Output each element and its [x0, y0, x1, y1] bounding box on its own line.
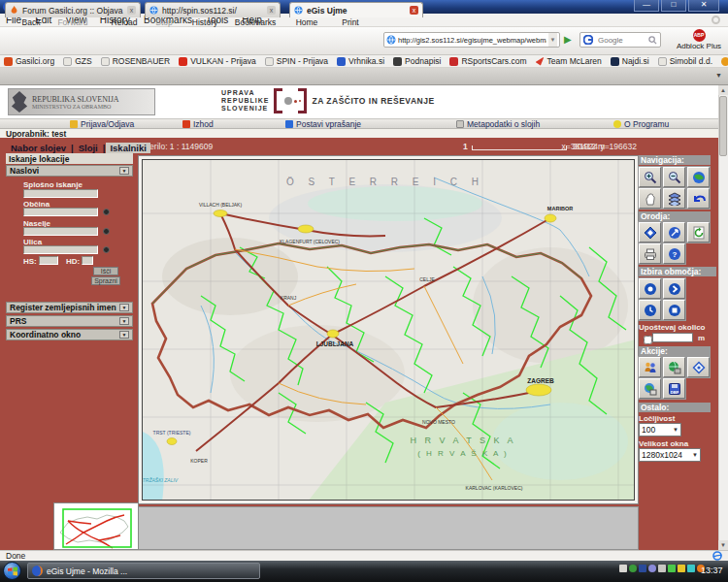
go-button[interactable]: ▶: [564, 34, 572, 45]
bookmark-simobil[interactable]: Simobil d.d.: [658, 56, 712, 66]
undo-button[interactable]: [687, 188, 710, 209]
search-box[interactable]: [579, 32, 661, 48]
general-search-input[interactable]: [23, 189, 98, 198]
tray-icon[interactable]: [639, 565, 646, 572]
tray-icon[interactable]: [648, 565, 656, 572]
section-prs[interactable]: PRS▼: [6, 315, 133, 327]
export-map-button[interactable]: [663, 357, 685, 377]
svg-text:Ö S T E R R E I C H: Ö S T E R R E I C H: [286, 177, 484, 187]
close-button[interactable]: ✕: [688, 0, 719, 12]
lookup-icon[interactable]: [103, 228, 110, 235]
adblock-button[interactable]: ABP Adblock Plus: [674, 29, 724, 50]
url-input[interactable]: [398, 36, 546, 45]
chevron-down-icon[interactable]: ▼: [119, 167, 129, 175]
user-label: Uporabnik: test: [0, 129, 718, 138]
bookmark-najdi[interactable]: Najdi.si: [611, 56, 649, 66]
tab-egis-ujme[interactable]: eGis Ujme x: [289, 2, 423, 17]
house-number-input[interactable]: [39, 256, 58, 265]
nav-izhod[interactable]: Izhod: [182, 119, 214, 129]
pan-button[interactable]: [639, 188, 661, 209]
mark-action-button[interactable]: [687, 357, 710, 377]
surround-distance-input[interactable]: [652, 333, 693, 342]
url-dropdown-icon[interactable]: ▼: [548, 33, 557, 47]
house-suffix-label: HD:: [66, 257, 80, 266]
lookup-icon[interactable]: [103, 209, 110, 215]
nav-metapodatki[interactable]: Metapodatki o slojih: [456, 119, 540, 129]
select-clear-button[interactable]: [663, 300, 685, 320]
section-koordinatno-okno[interactable]: Koordinatno okno▼: [6, 329, 133, 340]
bookmark-rsportscars[interactable]: RSportsCars.com: [449, 56, 526, 66]
print-map-button[interactable]: [639, 243, 661, 264]
layers-button[interactable]: [663, 188, 685, 209]
start-button[interactable]: [3, 562, 21, 580]
tab-forum-gasilci[interactable]: Forum Gasilci.org :: Objava odgovora x: [5, 2, 141, 17]
settlement-input[interactable]: [23, 227, 98, 236]
window-size-select[interactable]: 1280x1024▼: [639, 448, 701, 462]
tray-icon[interactable]: [658, 565, 666, 572]
full-extent-button[interactable]: [687, 167, 710, 187]
select-point-button[interactable]: [639, 278, 661, 299]
tab-close-icon[interactable]: x: [127, 6, 136, 15]
surround-checkbox[interactable]: [644, 336, 652, 344]
bookmark-spin[interactable]: SPIN - Prijava: [265, 56, 328, 66]
bookmark-vulkan[interactable]: VULKAN - Prijava: [179, 56, 256, 66]
section-register-imen[interactable]: Register zemljepisnih imen▼: [6, 302, 133, 313]
search-button[interactable]: Išči: [93, 267, 118, 275]
chevron-down-icon[interactable]: ▼: [119, 331, 129, 339]
users-action-button[interactable]: [639, 357, 661, 377]
search-input[interactable]: [596, 35, 645, 46]
bookmark-rosenbauer[interactable]: ROSENBAUER: [101, 56, 171, 66]
search-icon[interactable]: [648, 36, 657, 45]
tray-icon[interactable]: [619, 565, 627, 572]
maximize-button[interactable]: □: [661, 0, 686, 12]
measure-button[interactable]: [663, 222, 685, 242]
tab-close-icon[interactable]: x: [410, 6, 418, 15]
scroll-down-icon[interactable]: ▼: [718, 540, 728, 550]
resolution-select[interactable]: 100▼: [639, 423, 681, 436]
map-viewport[interactable]: Ö S T E R R E I C H VILLACH (BELJAK) KLA…: [142, 159, 635, 501]
nav-postavi-vprasanje[interactable]: Postavi vprašanje: [285, 119, 361, 129]
bookmark-vrhnika[interactable]: Vrhnika.si: [337, 56, 384, 66]
minimize-button[interactable]: —: [634, 0, 659, 12]
tray-icon[interactable]: [678, 565, 685, 572]
chevron-down-icon[interactable]: ▼: [119, 304, 129, 311]
identify-button[interactable]: [639, 222, 661, 242]
select-next-button[interactable]: [663, 278, 685, 299]
scroll-up-icon[interactable]: ▲: [718, 85, 728, 95]
tray-icon[interactable]: [687, 565, 695, 572]
tab-spin[interactable]: http://spin.sos112.si/ x: [145, 2, 281, 17]
nav-o-programu[interactable]: O Programu: [613, 119, 669, 129]
chevron-down-icon[interactable]: ▼: [119, 317, 129, 325]
street-input[interactable]: [23, 245, 98, 254]
export-dbf-button[interactable]: DBF: [663, 378, 685, 399]
tab-sloji[interactable]: Sloji: [75, 143, 102, 153]
tray-icon[interactable]: [668, 565, 676, 572]
tray-shield-icon[interactable]: [629, 565, 637, 572]
refresh-layers-button[interactable]: [687, 222, 710, 242]
search-type-dropdown[interactable]: Naslovi ▼: [6, 165, 133, 177]
municipality-input[interactable]: [23, 208, 98, 216]
bookmark-gzs[interactable]: GZS: [63, 56, 91, 66]
bookmark-izklop[interactable]: Izklop | Saymon 'sez: I'...: [721, 56, 728, 66]
bookmark-mclaren[interactable]: Team McLaren: [536, 56, 602, 66]
bookmark-podnapisi[interactable]: Podnapisi: [393, 56, 441, 66]
list-all-tabs-icon[interactable]: ▼: [715, 72, 722, 79]
stop-square-icon: [668, 304, 681, 317]
select-history-button[interactable]: [639, 300, 661, 320]
save-view-button[interactable]: [639, 378, 661, 399]
zoom-out-button[interactable]: [663, 167, 685, 187]
tab-close-icon[interactable]: x: [267, 6, 276, 15]
zoom-in-button[interactable]: [639, 167, 661, 187]
help-button[interactable]: ?: [663, 243, 685, 264]
lookup-icon[interactable]: [103, 246, 110, 253]
nav-prijava-odjava[interactable]: Prijava/Odjava: [70, 119, 134, 129]
house-suffix-input[interactable]: [82, 256, 93, 265]
taskbar-task-firefox[interactable]: eGis Ujme - Mozilla ...: [27, 563, 260, 579]
bookmark-gasilci[interactable]: Gasilci.org: [4, 56, 54, 66]
tab-nabor-slojev[interactable]: Nabor slojev: [7, 143, 70, 153]
url-bar[interactable]: ▼: [383, 32, 560, 48]
clear-button[interactable]: Sprazni: [91, 276, 120, 285]
overview-map[interactable]: [53, 502, 139, 550]
scrollbar-thumb[interactable]: [719, 96, 727, 156]
tab-iskalniki[interactable]: Iskalniki: [106, 143, 150, 153]
